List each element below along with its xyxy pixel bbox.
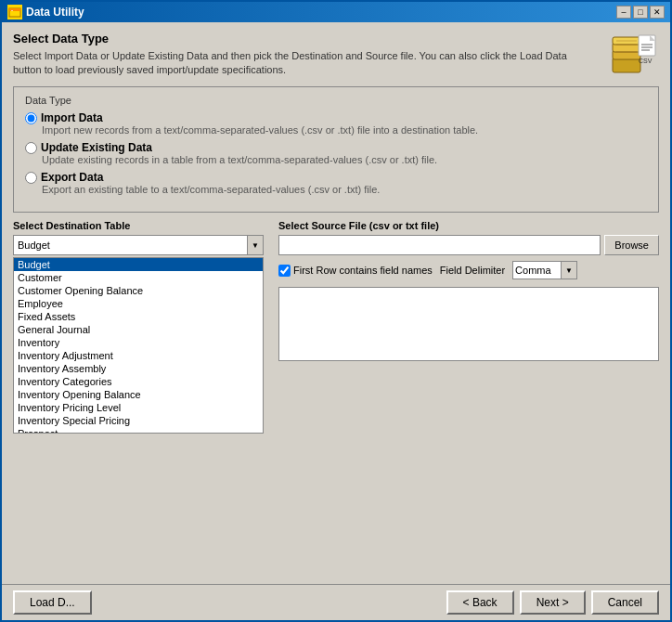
footer-left: Load D... bbox=[13, 590, 441, 615]
svg-rect-2 bbox=[11, 10, 13, 11]
footer: Load D... < Back Next > Cancel bbox=[2, 584, 670, 620]
list-item[interactable]: Fixed Assets bbox=[14, 310, 263, 323]
import-data-desc: Import new records from a text/comma-sep… bbox=[42, 124, 647, 136]
next-button[interactable]: Next > bbox=[520, 590, 586, 615]
export-data-desc: Export an existing table to a text/comma… bbox=[42, 184, 647, 195]
list-item[interactable]: Inventory Pricing Level bbox=[14, 401, 263, 414]
list-item[interactable]: Customer Opening Balance bbox=[14, 284, 263, 297]
data-type-group: Data Type Import Data Import new records… bbox=[13, 86, 659, 213]
window-title: Data Utility bbox=[26, 6, 616, 19]
field-delimiter-label: Field Delimiter bbox=[440, 265, 505, 276]
update-data-text: Update Existing Data bbox=[41, 141, 152, 154]
list-item[interactable]: Customer bbox=[14, 271, 263, 284]
destination-table-panel: Select Destination Table Budget ▼ Budget… bbox=[13, 220, 264, 575]
source-text-area[interactable] bbox=[278, 287, 659, 361]
update-data-option: Update Existing Data Update existing rec… bbox=[25, 141, 647, 165]
export-data-option: Export Data Export an existing table to … bbox=[25, 171, 647, 195]
header-icon: CSV bbox=[605, 32, 659, 79]
load-data-button[interactable]: Load D... bbox=[13, 590, 92, 615]
first-row-label[interactable]: First Row contains field names bbox=[278, 265, 433, 277]
source-file-input[interactable] bbox=[278, 235, 601, 255]
list-item[interactable]: Inventory Opening Balance bbox=[14, 388, 263, 401]
options-row: First Row contains field names Field Del… bbox=[278, 261, 659, 279]
delimiter-wrapper[interactable]: Comma Tab Semicolon Space ▼ bbox=[512, 261, 577, 279]
list-item[interactable]: Employee bbox=[14, 297, 263, 310]
main-content: Select Data Type Select Import Data or U… bbox=[2, 22, 670, 584]
window-icon bbox=[7, 5, 22, 19]
bottom-section: Select Destination Table Budget ▼ Budget… bbox=[13, 220, 659, 575]
cancel-button[interactable]: Cancel bbox=[591, 590, 659, 615]
main-window: Data Utility – □ ✕ Select Data Type Sele… bbox=[0, 0, 672, 622]
header-description: Select Import Data or Update Existing Da… bbox=[13, 49, 596, 78]
list-item[interactable]: Inventory bbox=[14, 336, 263, 349]
svg-rect-1 bbox=[9, 8, 20, 11]
minimize-button[interactable]: – bbox=[616, 6, 631, 19]
update-data-label[interactable]: Update Existing Data bbox=[25, 141, 647, 154]
svg-text:CSV: CSV bbox=[639, 58, 653, 64]
header-text: Select Data Type Select Import Data or U… bbox=[13, 32, 596, 78]
close-button[interactable]: ✕ bbox=[650, 6, 665, 19]
import-data-radio[interactable] bbox=[25, 112, 37, 124]
export-data-label[interactable]: Export Data bbox=[25, 171, 647, 184]
list-item[interactable]: Inventory Assembly bbox=[14, 362, 263, 375]
export-data-radio[interactable] bbox=[25, 172, 37, 184]
header-section: Select Data Type Select Import Data or U… bbox=[13, 32, 659, 79]
import-data-text: Import Data bbox=[41, 111, 103, 124]
export-data-text: Export Data bbox=[41, 171, 103, 184]
delimiter-select[interactable]: Comma Tab Semicolon Space bbox=[512, 261, 577, 279]
first-row-checkbox[interactable] bbox=[278, 265, 291, 277]
import-data-label[interactable]: Import Data bbox=[25, 111, 647, 124]
update-data-radio[interactable] bbox=[25, 142, 37, 154]
data-type-legend: Data Type bbox=[25, 95, 647, 106]
list-item[interactable]: Inventory Special Pricing bbox=[14, 414, 263, 427]
title-bar: Data Utility – □ ✕ bbox=[2, 2, 670, 22]
update-data-desc: Update existing records in a table from … bbox=[42, 154, 647, 165]
destination-dropdown-list[interactable]: Budget Customer Customer Opening Balance… bbox=[13, 257, 264, 434]
import-data-option: Import Data Import new records from a te… bbox=[25, 111, 647, 136]
window-controls: – □ ✕ bbox=[616, 6, 665, 19]
list-item[interactable]: Budget bbox=[14, 258, 263, 271]
maximize-button[interactable]: □ bbox=[633, 6, 648, 19]
destination-combo[interactable]: Budget bbox=[13, 235, 264, 255]
browse-button[interactable]: Browse bbox=[604, 235, 659, 255]
list-item[interactable]: Inventory Adjustment bbox=[14, 349, 263, 362]
page-title: Select Data Type bbox=[13, 32, 596, 45]
source-file-label: Select Source File (csv or txt file) bbox=[278, 220, 659, 231]
list-item[interactable]: Inventory Categories bbox=[14, 375, 263, 388]
first-row-text: First Row contains field names bbox=[293, 265, 433, 276]
destination-table-label: Select Destination Table bbox=[13, 220, 264, 231]
source-file-panel: Select Source File (csv or txt file) Bro… bbox=[278, 220, 659, 575]
list-item[interactable]: General Journal bbox=[14, 323, 263, 336]
back-button[interactable]: < Back bbox=[446, 590, 514, 615]
destination-combo-wrapper[interactable]: Budget ▼ bbox=[13, 235, 264, 255]
footer-buttons: < Back Next > Cancel bbox=[446, 590, 659, 615]
source-file-row: Browse bbox=[278, 235, 659, 255]
list-item[interactable]: Prospect bbox=[14, 427, 263, 434]
